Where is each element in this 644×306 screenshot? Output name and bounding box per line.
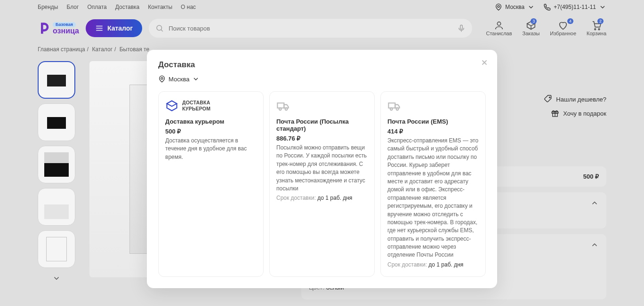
want-gift-label: Хочу в подарок [563, 110, 606, 117]
delivery-cards: ДОСТАВКА КУРЬЕРОМ Доставка курьером 500 … [158, 91, 486, 277]
modal-title: Доставка [158, 60, 486, 70]
svg-point-4 [595, 29, 596, 30]
chevron-down-icon [192, 75, 200, 83]
truck-icon [387, 99, 401, 112]
thumb-2[interactable] [38, 103, 75, 141]
gift-icon [551, 109, 559, 118]
search-icon [155, 24, 164, 32]
phone-selector[interactable]: +7(495)11-11-11 [543, 3, 606, 11]
card-desc: Посылкой можно отправить вещи по России.… [276, 144, 368, 193]
svg-point-17 [396, 108, 399, 110]
chevron-up-icon [590, 199, 599, 207]
chevron-down-icon [599, 3, 606, 11]
thumb-4[interactable] [38, 188, 75, 226]
phone-number: +7(495)11-11-11 [554, 4, 596, 10]
city-selector[interactable]: Москва [495, 3, 535, 11]
delivery-card-standard[interactable]: Почта России (Посылка стандарт) 886.76 ₽… [269, 91, 375, 277]
thumb-1[interactable] [38, 61, 75, 99]
thumbs-next[interactable] [38, 273, 75, 284]
topnav-payment[interactable]: Оплата [87, 4, 106, 10]
fav-badge: 4 [567, 18, 573, 24]
card-title: Почта России (Посылка стандарт) [276, 118, 368, 132]
heart-icon [558, 20, 568, 31]
cart-label: Корзина [587, 31, 606, 36]
card-sub1: ДОСТАВКА [182, 100, 210, 106]
catalog-label: Каталог [107, 24, 133, 32]
box-icon [165, 99, 178, 112]
delivery-modal: Доставка Москва ДОСТАВКА КУРЬЕРОМ Достав… [147, 50, 497, 288]
svg-point-3 [497, 22, 500, 25]
tag-icon [544, 95, 552, 103]
modal-city-label: Москва [169, 76, 189, 83]
svg-point-11 [161, 78, 163, 79]
delivery-card-ems[interactable]: Почта России (EMS) 414 ₽ Экспресс-отправ… [380, 91, 486, 277]
pin-icon [495, 3, 502, 11]
svg-point-1 [157, 25, 162, 31]
account-button[interactable]: Станислав [486, 20, 512, 36]
account-label: Станислав [486, 31, 512, 36]
topnav-about[interactable]: О нас [181, 4, 196, 10]
topnav-contacts[interactable]: Контакты [148, 4, 172, 10]
topnav-blog[interactable]: Блог [66, 4, 79, 10]
svg-rect-15 [388, 103, 395, 108]
svg-point-16 [390, 108, 393, 110]
crumb-category[interactable]: Бытовая те [120, 46, 149, 53]
chevron-down-icon [527, 3, 535, 11]
chevron-down-icon [52, 274, 61, 282]
catalog-button[interactable]: Каталог [86, 19, 142, 37]
favorites-button[interactable]: 4 Избранное [550, 20, 576, 36]
header-icons: Станислав 3 Заказы 4 Избранное 2 Корзина [486, 20, 607, 36]
city-label: Москва [505, 4, 524, 10]
topnav-delivery[interactable]: Доставка [115, 4, 140, 10]
chevron-up-icon [590, 241, 599, 249]
close-button[interactable] [480, 58, 489, 67]
header: Базовая озница Каталог Станислав 3 Заказ… [0, 14, 644, 42]
topnav-links: Бренды Блог Оплата Доставка Контакты О н… [38, 4, 196, 10]
mic-icon[interactable] [457, 24, 466, 32]
pin-icon [158, 75, 166, 83]
svg-point-13 [279, 108, 282, 110]
search-input[interactable] [169, 25, 452, 32]
close-icon [480, 58, 489, 67]
card-title: Почта России (EMS) [387, 118, 479, 125]
card-sub2: КУРЬЕРОМ [182, 106, 210, 112]
cart-badge: 2 [597, 18, 604, 24]
logo-icon [38, 22, 51, 35]
crumb-catalog[interactable]: Каталог [92, 46, 113, 53]
logo-badge: Базовая [53, 22, 76, 27]
cart-button[interactable]: 2 Корзина [587, 20, 606, 36]
logo[interactable]: Базовая озница [38, 22, 79, 35]
topbar-right: Москва +7(495)11-11-11 [495, 3, 606, 11]
svg-point-14 [285, 108, 288, 110]
menu-icon [95, 24, 104, 32]
orders-button[interactable]: 3 Заказы [523, 20, 540, 36]
delivery-card-courier[interactable]: ДОСТАВКА КУРЬЕРОМ Доставка курьером 500 … [158, 91, 264, 277]
topnav-brands[interactable]: Бренды [38, 4, 58, 10]
svg-rect-2 [460, 25, 462, 29]
card-title: Доставка курьером [165, 118, 257, 125]
card-price: 414 ₽ [387, 128, 479, 135]
svg-rect-12 [277, 103, 284, 108]
phone-icon [543, 3, 551, 11]
delivery-price: 500 ₽ [583, 173, 599, 180]
modal-city-selector[interactable]: Москва [158, 75, 486, 83]
svg-point-5 [598, 29, 600, 30]
svg-point-0 [498, 6, 499, 8]
thumb-3[interactable] [38, 146, 75, 183]
card-desc: Экспресс-отправления EMS — это самый быс… [387, 137, 479, 259]
user-icon [494, 20, 504, 31]
card-term: Срок доставки: до 1 раб. дня [276, 195, 368, 201]
search[interactable] [149, 19, 472, 38]
thumb-5[interactable] [38, 230, 75, 268]
topbar: Бренды Блог Оплата Доставка Контакты О н… [0, 0, 644, 14]
truck-icon [276, 99, 290, 112]
logo-text: озница [53, 27, 79, 35]
svg-point-6 [549, 97, 550, 98]
orders-label: Заказы [523, 31, 540, 36]
thumbnails [38, 61, 80, 299]
card-price: 886.76 ₽ [276, 135, 368, 142]
fav-label: Избранное [550, 31, 576, 36]
crumb-home[interactable]: Главная страница [38, 46, 85, 53]
card-price: 500 ₽ [165, 128, 257, 135]
found-cheaper-label: Нашли дешевле? [556, 96, 606, 103]
